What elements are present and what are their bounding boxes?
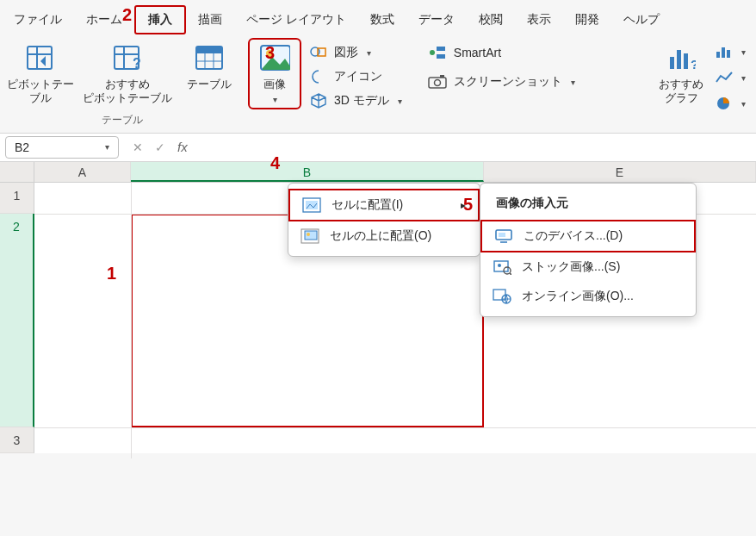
shapes-button[interactable]: 図形 ▾ <box>307 43 406 62</box>
chevron-down-icon: ▾ <box>741 47 746 57</box>
gridline <box>34 427 756 428</box>
callout-2: 2 <box>122 5 132 25</box>
col-header-B[interactable]: B <box>131 162 484 182</box>
chevron-down-icon: ▾ <box>741 73 746 83</box>
row-header-2[interactable]: 2 <box>0 214 34 427</box>
line-chart-button[interactable]: ▾ <box>712 69 749 86</box>
svg-text:?: ? <box>133 56 141 71</box>
name-box[interactable]: B2 ▾ <box>5 136 119 159</box>
tab-file[interactable]: ファイル <box>2 7 74 33</box>
tab-view[interactable]: 表示 <box>515 7 563 33</box>
formula-bar-controls: ✕ ✓ fx <box>124 140 196 154</box>
place-in-cell-label: セルに配置(I) <box>332 197 403 213</box>
bar-chart-button[interactable]: ▾ <box>712 43 749 60</box>
callout-5: 5 <box>463 195 473 215</box>
table-button[interactable]: テーブル <box>179 40 239 95</box>
svg-point-16 <box>430 50 435 55</box>
table-label: テーブル <box>187 78 232 91</box>
online-images-label: オンライン画像(O)... <box>522 289 634 304</box>
svg-point-34 <box>307 233 310 236</box>
image-source-title: 画像の挿入元 <box>480 192 696 220</box>
globe-icon <box>493 289 511 304</box>
col-header-E[interactable]: E <box>484 162 756 182</box>
svg-rect-18 <box>437 54 445 59</box>
insert-image-label: 画像 <box>263 78 286 91</box>
icons-label: アイコン <box>334 69 382 84</box>
group-label-tables: テーブル <box>102 113 143 128</box>
tab-formulas[interactable]: 数式 <box>358 7 406 33</box>
svg-rect-26 <box>716 52 720 58</box>
cancel-icon[interactable]: ✕ <box>133 140 143 154</box>
col-header-A[interactable]: A <box>34 162 131 182</box>
chevron-down-icon: ▾ <box>571 78 575 87</box>
svg-rect-17 <box>437 47 445 51</box>
recommended-pivot-label: おすすめ ピボットテーブル <box>83 78 172 106</box>
shapes-label: 図形 <box>334 45 358 60</box>
smartart-label: SmartArt <box>454 46 501 59</box>
screenshot-button[interactable]: スクリーンショット ▾ <box>424 72 579 91</box>
tab-page-layout[interactable]: ページ レイアウト <box>234 7 358 33</box>
cube-icon <box>310 93 327 109</box>
svg-rect-38 <box>494 261 508 271</box>
chevron-down-icon: ▾ <box>367 48 371 58</box>
smartart-icon <box>428 45 447 60</box>
svg-rect-27 <box>722 47 725 58</box>
tab-developer[interactable]: 開発 <box>563 7 611 33</box>
tab-review[interactable]: 校閲 <box>467 7 515 33</box>
ribbon: ピボットテー ブル ? おすすめ ピボットテーブル テーブル テーブル 画像 <box>0 34 756 129</box>
pivot-table-button[interactable]: ピボットテー ブル <box>5 40 76 109</box>
svg-text:?: ? <box>691 57 696 72</box>
icons-icon <box>310 69 327 84</box>
name-box-value: B2 <box>15 140 29 154</box>
svg-rect-8 <box>196 47 222 53</box>
stock-images-item[interactable]: ストック画像...(S) <box>480 252 696 282</box>
chevron-down-icon: ▾ <box>273 95 277 104</box>
tab-data[interactable]: データ <box>406 7 467 33</box>
tab-draw[interactable]: 描画 <box>186 7 234 33</box>
this-device-item[interactable]: このデバイス...(D) <box>480 220 696 252</box>
online-images-item[interactable]: オンライン画像(O)... <box>480 282 696 311</box>
recommended-pivot-button[interactable]: ? おすすめ ピボットテーブル <box>81 40 174 109</box>
shapes-icon <box>310 45 327 60</box>
icons-button[interactable]: アイコン <box>307 67 406 86</box>
svg-rect-37 <box>499 233 505 237</box>
svg-line-41 <box>510 273 511 275</box>
column-headers: A B E <box>0 162 756 183</box>
chevron-down-icon: ▾ <box>398 97 402 106</box>
place-in-cell-icon <box>302 197 321 213</box>
callout-1: 1 <box>107 264 116 284</box>
camera-icon <box>428 74 447 90</box>
pie-chart-button[interactable]: ▾ <box>712 95 749 112</box>
pivot-table-icon <box>25 43 56 74</box>
callout-4: 4 <box>270 153 280 173</box>
place-over-cells-item[interactable]: セルの上に配置(O) <box>288 221 480 251</box>
smartart-button[interactable]: SmartArt <box>424 43 579 62</box>
recommended-charts-button[interactable]: ? おすすめ グラフ <box>654 40 709 109</box>
3d-model-button[interactable]: 3D モデル ▾ <box>307 91 406 110</box>
3d-model-label: 3D モデル <box>334 93 389 109</box>
monitor-icon <box>494 228 513 244</box>
place-over-cells-label: セルの上に配置(O) <box>330 228 431 244</box>
svg-point-40 <box>504 267 511 274</box>
image-placement-dropdown: セルに配置(I) ▸ セルの上に配置(O) <box>288 183 480 257</box>
select-all-corner[interactable] <box>0 162 34 182</box>
ribbon-group-smartart: SmartArt スクリーンショット ▾ <box>412 40 586 129</box>
pie-chart-icon <box>716 97 733 110</box>
fx-icon[interactable]: fx <box>177 140 188 154</box>
place-over-cells-icon <box>301 228 319 244</box>
ribbon-group-tables: ピボットテー ブル ? おすすめ ピボットテーブル テーブル テーブル <box>0 40 245 129</box>
this-device-label: このデバイス...(D) <box>524 228 623 244</box>
svg-rect-42 <box>493 290 505 300</box>
chart-icon: ? <box>666 43 697 74</box>
bar-chart-icon <box>716 45 733 59</box>
svg-rect-22 <box>670 57 674 69</box>
row-header-3[interactable]: 3 <box>0 427 34 453</box>
svg-rect-33 <box>305 231 317 240</box>
confirm-icon[interactable]: ✓ <box>155 140 165 154</box>
tab-help[interactable]: ヘルプ <box>611 7 672 33</box>
place-in-cell-item[interactable]: セルに配置(I) ▸ <box>288 189 480 221</box>
tab-insert[interactable]: 挿入 <box>134 5 186 34</box>
ribbon-group-charts: ? おすすめ グラフ ▾ ▾ ▾ <box>648 40 756 129</box>
row-header-1[interactable]: 1 <box>0 183 34 214</box>
illustrations-list: 図形 ▾ アイコン 3D モデル ▾ <box>300 40 407 110</box>
